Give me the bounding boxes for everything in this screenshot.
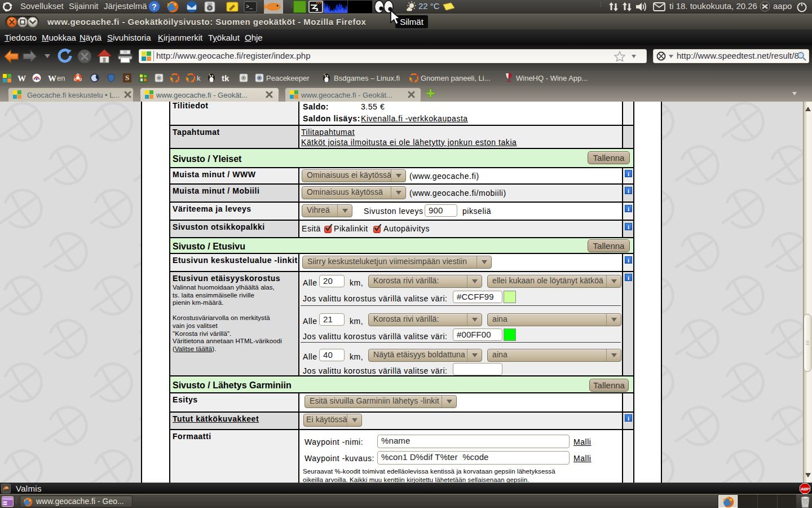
svg-text:ABP: ABP	[801, 487, 810, 492]
svg-text:?: ?	[152, 2, 157, 11]
svg-text:>_: >_	[246, 4, 253, 10]
